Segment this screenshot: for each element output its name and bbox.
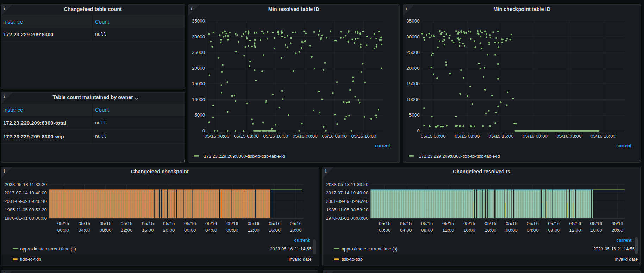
svg-text:16:00: 16:00 <box>269 228 281 233</box>
svg-text:08:00: 08:00 <box>226 228 238 233</box>
svg-text:05/15: 05/15 <box>400 221 412 226</box>
svg-text:05/16: 05/16 <box>527 221 539 226</box>
svg-text:2023-05-16 21:14:55: 2023-05-16 21:14:55 <box>593 247 635 252</box>
svg-text:00:00: 00:00 <box>184 228 196 233</box>
svg-text:05/15: 05/15 <box>484 221 496 226</box>
svg-text:16:00: 16:00 <box>142 228 154 233</box>
svg-text:08:00: 08:00 <box>421 228 433 233</box>
svg-text:20000: 20000 <box>406 66 419 71</box>
svg-text:2017-07-14 10:40:00: 2017-07-14 10:40:00 <box>326 190 368 196</box>
svg-text:05/16: 05/16 <box>548 221 560 226</box>
svg-text:00:00: 00:00 <box>506 228 518 233</box>
svg-text:5000: 5000 <box>194 112 205 118</box>
svg-text:20:00: 20:00 <box>163 228 175 233</box>
svg-text:05/16: 05/16 <box>290 221 302 226</box>
svg-text:05/15: 05/15 <box>442 221 454 226</box>
svg-text:2033-05-18 11:33:20: 2033-05-18 11:33:20 <box>326 182 368 187</box>
svg-text:1985-11-05 08:53:20: 1985-11-05 08:53:20 <box>5 207 47 212</box>
svg-text:08:00: 08:00 <box>100 228 112 233</box>
svg-text:Invalid date: Invalid date <box>615 257 638 262</box>
svg-text:05/15 16:00: 05/15 16:00 <box>489 134 514 139</box>
svg-text:05/16 00:00: 05/16 00:00 <box>523 134 548 139</box>
svg-text:05/15: 05/15 <box>79 221 90 226</box>
svg-text:12:00: 12:00 <box>569 228 581 233</box>
svg-text:05/16 16:00: 05/16 16:00 <box>351 134 376 139</box>
svg-text:20:00: 20:00 <box>484 228 496 233</box>
svg-text:05/16: 05/16 <box>590 221 602 226</box>
svg-text:2001-09-09 09:46:40: 2001-09-09 09:46:40 <box>326 199 368 204</box>
svg-text:04:00: 04:00 <box>527 228 539 233</box>
svg-text:05/16: 05/16 <box>611 221 623 226</box>
svg-text:05/15: 05/15 <box>100 221 112 226</box>
svg-text:25000: 25000 <box>192 50 205 55</box>
svg-text:12:00: 12:00 <box>442 228 454 233</box>
svg-text:05/16: 05/16 <box>506 221 518 226</box>
svg-text:tidb-to-tidb: tidb-to-tidb <box>20 257 41 262</box>
svg-text:2023-05-16 21:14:55: 2023-05-16 21:14:55 <box>270 247 312 252</box>
svg-text:05/15: 05/15 <box>142 221 154 226</box>
svg-text:05/15: 05/15 <box>121 221 133 226</box>
svg-text:05/16: 05/16 <box>569 221 581 226</box>
svg-text:05/15: 05/15 <box>379 221 391 226</box>
svg-text:0: 0 <box>417 128 419 134</box>
svg-text:05/15 08:00: 05/15 08:00 <box>234 134 259 139</box>
svg-text:tidb-to-tidb: tidb-to-tidb <box>342 257 363 262</box>
svg-text:current: current <box>616 143 632 148</box>
svg-text:20:00: 20:00 <box>611 228 623 233</box>
svg-text:30000: 30000 <box>406 34 419 39</box>
svg-text:12:00: 12:00 <box>121 228 133 233</box>
svg-text:16:00: 16:00 <box>590 228 602 233</box>
svg-text:20000: 20000 <box>192 66 205 71</box>
svg-text:172.23.229.209:8300-tidb-to-ti: 172.23.229.209:8300-tidb-to-tidb-table-i… <box>204 154 285 159</box>
svg-text:2017-07-14 10:40:00: 2017-07-14 10:40:00 <box>4 190 47 196</box>
svg-text:5000: 5000 <box>409 112 420 118</box>
svg-text:10000: 10000 <box>192 97 205 102</box>
svg-text:05/16: 05/16 <box>226 221 238 226</box>
svg-text:00:00: 00:00 <box>57 228 69 233</box>
svg-text:172.23.229.209:8300-tidb-to-ti: 172.23.229.209:8300-tidb-to-tidb-table-i… <box>419 154 500 159</box>
svg-text:16:00: 16:00 <box>463 228 475 233</box>
svg-text:05/15 00:00: 05/15 00:00 <box>205 134 230 139</box>
svg-text:04:00: 04:00 <box>205 228 217 233</box>
svg-text:current: current <box>294 238 310 243</box>
svg-text:1985-11-05 08:53:20: 1985-11-05 08:53:20 <box>326 207 368 212</box>
svg-text:10000: 10000 <box>406 97 419 102</box>
svg-text:05/15 08:00: 05/15 08:00 <box>455 134 480 139</box>
svg-text:2001-09-09 09:46:40: 2001-09-09 09:46:40 <box>4 199 47 204</box>
svg-text:approximate current time (s): approximate current time (s) <box>20 247 76 252</box>
svg-text:approximate current time (s): approximate current time (s) <box>342 247 398 252</box>
svg-text:15000: 15000 <box>406 81 419 86</box>
svg-text:25000: 25000 <box>406 50 419 55</box>
svg-text:current: current <box>375 143 390 148</box>
svg-text:05/16 08:00: 05/16 08:00 <box>322 134 347 139</box>
svg-text:05/16: 05/16 <box>184 221 196 226</box>
svg-text:05/15: 05/15 <box>421 221 433 226</box>
svg-text:00:00: 00:00 <box>379 228 391 233</box>
svg-text:1970-01-01 08:00:00: 1970-01-01 08:00:00 <box>4 216 47 221</box>
svg-text:05/15: 05/15 <box>57 221 69 226</box>
svg-text:05/15: 05/15 <box>463 221 475 226</box>
svg-text:05/16 08:00: 05/16 08:00 <box>557 134 582 139</box>
svg-text:04:00: 04:00 <box>79 228 90 233</box>
svg-text:35000: 35000 <box>192 18 205 24</box>
svg-text:0: 0 <box>202 128 205 134</box>
svg-text:05/16 16:00: 05/16 16:00 <box>590 134 615 139</box>
svg-text:1970-01-01 08:00:00: 1970-01-01 08:00:00 <box>326 216 368 221</box>
svg-text:12:00: 12:00 <box>248 228 260 233</box>
svg-text:05/16: 05/16 <box>205 221 217 226</box>
svg-text:05/15 16:00: 05/15 16:00 <box>263 134 288 139</box>
svg-text:05/15 00:00: 05/15 00:00 <box>421 134 446 139</box>
svg-text:20:00: 20:00 <box>290 228 302 233</box>
svg-text:Invalid date: Invalid date <box>289 257 312 262</box>
svg-text:2033-05-18 11:33:20: 2033-05-18 11:33:20 <box>5 182 47 187</box>
svg-text:05/15: 05/15 <box>163 221 175 226</box>
svg-text:04:00: 04:00 <box>400 228 412 233</box>
svg-text:15000: 15000 <box>192 81 205 86</box>
svg-text:05/16: 05/16 <box>248 221 260 226</box>
svg-text:30000: 30000 <box>192 34 205 39</box>
svg-text:35000: 35000 <box>406 18 419 24</box>
svg-text:current: current <box>616 238 632 243</box>
svg-text:08:00: 08:00 <box>548 228 560 233</box>
svg-text:05/16 00:00: 05/16 00:00 <box>293 134 318 139</box>
svg-text:05/16: 05/16 <box>269 221 281 226</box>
